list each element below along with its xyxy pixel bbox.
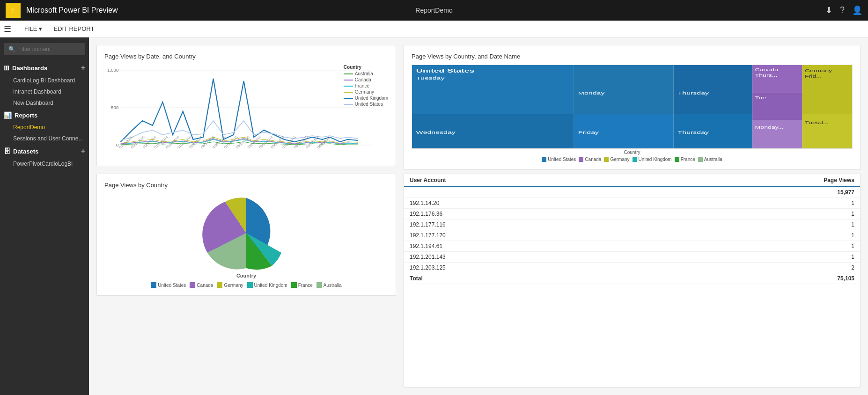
sidebar-item-sessions[interactable]: Sessions and User Conne... (0, 133, 89, 144)
dashboards-label: Dashboards (12, 65, 81, 72)
table-row: 192.1.203.125 2 (404, 263, 860, 273)
user-icon[interactable]: 👤 (852, 5, 862, 15)
svg-text:Tue...: Tue... (755, 95, 772, 100)
line-chart-title: Page Views by Date, and Country (104, 53, 388, 60)
svg-text:Monday...: Monday... (755, 125, 783, 129)
help-icon[interactable]: ? (840, 5, 845, 15)
treemap-svg: United States Tuesday Monday Thursday We… (412, 65, 852, 148)
app-logo: ⚡ (6, 3, 21, 18)
pie-chart-title: Page Views by Country (104, 182, 388, 189)
topbar: ⚡ Microsoft Power BI Preview ReportDemo … (0, 0, 868, 21)
sidebar-section-dashboards[interactable]: ⊞ Dashboards + (0, 61, 89, 75)
hamburger-icon[interactable]: ☰ (4, 24, 11, 34)
sidebar-item-new-dashboard[interactable]: New Dashboard (0, 97, 89, 109)
edit-report-label: EDIT REPORT (53, 25, 94, 32)
svg-text:Thursday: Thursday (678, 90, 709, 95)
table-subtotal-row: 15,977 (404, 187, 860, 198)
sidebar-item-reportdemo[interactable]: ReportDemo (0, 122, 89, 133)
edit-report-menu[interactable]: EDIT REPORT (48, 21, 100, 37)
sidebar-section-reports[interactable]: 📊 Reports (0, 109, 89, 122)
table-total-row: Total 75,105 (404, 273, 860, 284)
treemap-container: United States Tuesday Monday Thursday We… (412, 65, 853, 149)
reports-icon: 📊 (4, 111, 12, 119)
svg-text:Thursday: Thursday (678, 130, 709, 135)
table-row: 192.1.194.61 1 (404, 241, 860, 252)
file-arrow-icon: ▾ (39, 25, 42, 32)
svg-rect-47 (802, 114, 852, 148)
svg-rect-27 (574, 65, 674, 114)
sidebar: 🔍 ⊞ Dashboards + CardioLog BI Dashboard … (0, 37, 89, 395)
logo-char: ⚡ (8, 5, 18, 15)
table-row: 192.1.177.116 1 (404, 219, 860, 230)
filter-search[interactable]: 🔍 (4, 43, 85, 55)
file-menu[interactable]: FILE ▾ (19, 21, 48, 37)
treemap-legend: United States Canada Germany United King… (412, 157, 853, 162)
svg-text:Monday: Monday (578, 90, 605, 95)
search-icon: 🔍 (8, 46, 15, 52)
file-label: FILE (24, 25, 37, 32)
left-column: Page Views by Date, and Country 1,000 50… (96, 45, 396, 388)
svg-text:Wednesday: Wednesday (416, 130, 456, 135)
table-row: 192.1.201.143 1 (404, 252, 860, 263)
main-layout: 🔍 ⊞ Dashboards + CardioLog BI Dashboard … (0, 37, 868, 395)
svg-text:Friday: Friday (578, 130, 599, 135)
table-row: 192.1.177.170 1 (404, 230, 860, 241)
pie-chart-svg (199, 193, 293, 273)
user-account-table: User Account Page Views 15,977 192.1.14.… (404, 174, 860, 284)
datasets-label: Datasets (13, 148, 81, 155)
report-name: ReportDemo (415, 7, 452, 14)
treemap-country-label: Country (412, 150, 853, 155)
sidebar-section-datasets[interactable]: 🗄 Datasets + (0, 144, 89, 158)
treemap-card: Page Views by Country, and Date Name Uni… (404, 45, 861, 170)
line-chart-legend: Country Australia Canada France Germany … (344, 65, 388, 108)
pie-country-label: Country (236, 273, 256, 278)
svg-text:Frid...: Frid... (805, 74, 822, 78)
col-user-account: User Account (404, 174, 646, 187)
topbar-actions: ⬇ ? 👤 (825, 5, 862, 15)
svg-text:Tuesday: Tuesday (416, 76, 445, 81)
treemap-title: Page Views by Country, and Date Name (412, 53, 853, 60)
svg-rect-29 (674, 65, 752, 114)
dashboards-add-icon[interactable]: + (81, 64, 85, 72)
line-chart-container: 1,000 500 0 (104, 65, 388, 158)
table-row: 192.1.14.20 1 (404, 198, 860, 209)
col-page-views: Page Views (646, 174, 860, 187)
pie-legend: United States Canada Germany United King… (151, 282, 341, 288)
reports-label: Reports (15, 112, 85, 119)
svg-text:Canada: Canada (755, 67, 778, 72)
svg-text:1,000: 1,000 (107, 68, 118, 73)
menubar: ☰ FILE ▾ EDIT REPORT (0, 21, 868, 37)
search-input[interactable] (18, 46, 81, 52)
svg-rect-42 (752, 120, 802, 148)
datasets-icon: 🗄 (4, 147, 10, 155)
dashboards-icon: ⊞ (4, 64, 9, 72)
svg-text:Germany: Germany (805, 68, 832, 73)
datasets-add-icon[interactable]: + (81, 147, 85, 155)
table-card: User Account Page Views 15,977 192.1.14.… (404, 174, 861, 388)
pie-chart-card: Page Views by Country (96, 174, 396, 296)
sidebar-item-intranet[interactable]: Intranet Dashboard (0, 86, 89, 97)
sidebar-item-powerpivot[interactable]: PowerPivotCardioLogBI (0, 158, 89, 169)
content-area: Page Views by Date, and Country 1,000 50… (89, 37, 868, 395)
svg-text:500: 500 (111, 105, 118, 110)
charts-grid: Page Views by Date, and Country 1,000 50… (89, 37, 868, 395)
line-chart-card: Page Views by Date, and Country 1,000 50… (96, 45, 396, 166)
svg-text:Thurs...: Thurs... (755, 73, 777, 77)
svg-text:Tuesd...: Tuesd... (805, 120, 829, 124)
sidebar-item-cardiolog[interactable]: CardioLog BI Dashboard (0, 75, 89, 86)
svg-text:United States: United States (416, 68, 475, 73)
pie-chart-container: Country United States Canada Germany Uni… (104, 193, 388, 288)
table-row: 192.1.176.36 1 (404, 209, 860, 219)
download-icon[interactable]: ⬇ (825, 5, 832, 15)
right-column: Page Views by Country, and Date Name Uni… (404, 45, 861, 388)
